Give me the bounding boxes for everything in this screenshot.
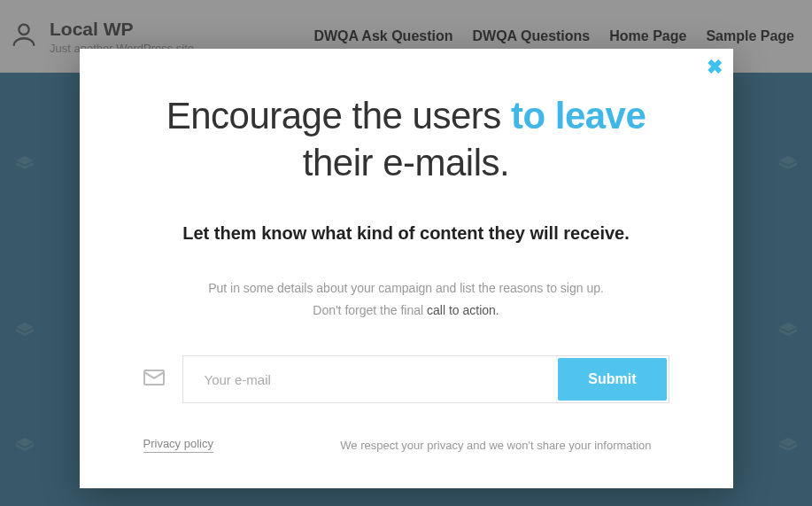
desc-line2: Don't forget the final call to action.	[143, 300, 669, 322]
modal-subheading: Let them know what kind of content they …	[143, 223, 669, 244]
headline-post: their e-mails.	[303, 142, 509, 183]
desc-line1: Put in some details about your campaign …	[143, 277, 669, 300]
headline-highlight: to leave	[511, 95, 646, 136]
privacy-policy-link[interactable]: Privacy policy	[143, 437, 213, 453]
mail-icon	[143, 370, 165, 389]
privacy-note: We respect your privacy and we won't sha…	[340, 439, 651, 452]
email-input-wrap: Submit	[182, 355, 669, 403]
modal-overlay[interactable]: ✖ Encourage the users to leave their e-m…	[0, 0, 812, 506]
modal-headline: Encourage the users to leave their e-mai…	[143, 93, 669, 186]
headline-pre: Encourage the users	[166, 95, 511, 136]
signup-form: Submit	[143, 355, 669, 403]
modal-footer: Privacy policy We respect your privacy a…	[143, 437, 669, 453]
close-icon: ✖	[707, 56, 723, 78]
email-signup-modal: ✖ Encourage the users to leave their e-m…	[80, 49, 733, 488]
submit-button[interactable]: Submit	[558, 358, 666, 401]
email-input[interactable]	[183, 356, 557, 402]
modal-description: Put in some details about your campaign …	[143, 277, 669, 322]
cta-text: call to action.	[427, 303, 499, 317]
close-button[interactable]: ✖	[707, 58, 723, 77]
